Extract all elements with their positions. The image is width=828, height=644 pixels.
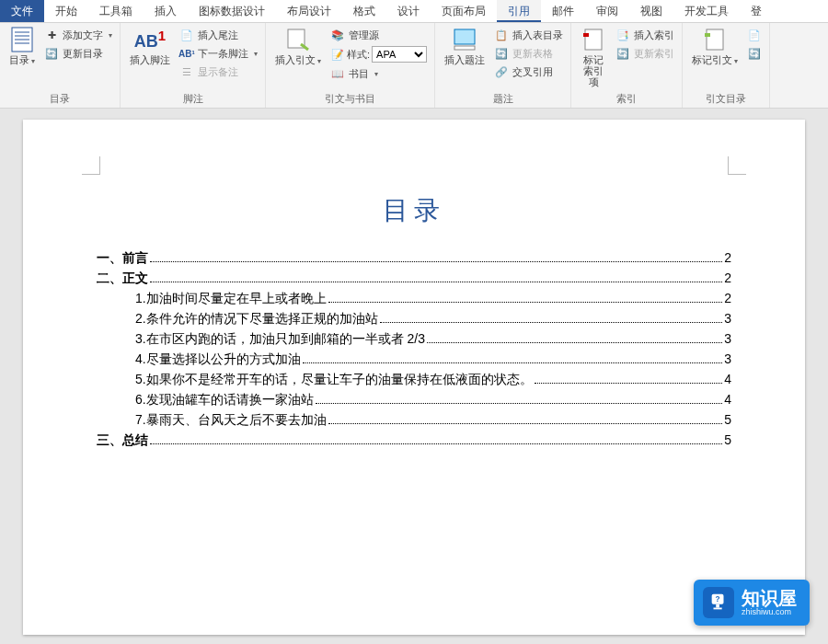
document-title: 目录	[97, 193, 731, 228]
toc-entry[interactable]: 6.发现油罐车的话请换一家油站4	[97, 392, 731, 408]
group-toc-label: 目录	[6, 90, 114, 108]
group-index-label: 索引	[577, 90, 676, 108]
update-toc-button[interactable]: 🔄更新目录	[42, 45, 114, 62]
add-text-button[interactable]: ✚添加文字▾	[42, 27, 114, 43]
insert-endnote-button[interactable]: 📄插入尾注	[178, 27, 259, 43]
mark-citation-button[interactable]: 标记引文▾	[688, 25, 742, 68]
tab-file[interactable]: 文件	[0, 0, 44, 22]
update-index-button[interactable]: 🔄更新索引	[614, 45, 676, 62]
tab-review[interactable]: 审阅	[585, 0, 629, 22]
toc-leader-dots	[150, 282, 722, 282]
toc-entry[interactable]: 7.暴雨天、台风天之后不要去加油5	[97, 412, 731, 429]
endnote-icon: 📄	[179, 28, 194, 42]
toc-entry[interactable]: 2.条件允许的情况下尽量选择正规的加油站3	[97, 311, 731, 328]
svg-rect-7	[454, 46, 475, 50]
tab-pagelayout[interactable]: 页面布局	[431, 0, 497, 22]
insert-footnote-label: 插入脚注	[130, 54, 170, 65]
toc-entry[interactable]: 一、前言2	[97, 250, 731, 267]
tab-mailings[interactable]: 邮件	[541, 0, 585, 22]
toc-leader-dots	[380, 322, 723, 323]
toc-leader-dots	[150, 443, 722, 444]
tab-home[interactable]: 开始	[44, 0, 88, 22]
margin-corner-tl	[82, 156, 100, 175]
toc-button[interactable]: 目录▾	[6, 25, 39, 68]
toc-entry-page: 5	[724, 432, 731, 447]
toc-leader-dots	[535, 383, 723, 384]
tab-view[interactable]: 视图	[629, 0, 673, 22]
toc-leader-dots	[150, 261, 722, 262]
toc-entry-page: 3	[724, 331, 731, 346]
toc-leader-dots	[303, 362, 723, 363]
toc-entry[interactable]: 5.如果你不是经常开车的话，尽量让车子的油量保持在低液面的状态。4	[97, 372, 731, 388]
group-footnotes-label: 脚注	[126, 90, 259, 108]
ribbon: 目录▾ ✚添加文字▾ 🔄更新目录 目录 AB1 插入脚注 📄插入尾注 AB¹下一…	[0, 23, 828, 109]
group-captions-label: 题注	[441, 90, 565, 108]
tab-format[interactable]: 格式	[342, 0, 386, 22]
group-toa: 标记引文▾ 📄 🔄 引文目录	[683, 23, 770, 108]
cross-reference-button[interactable]: 🔗交叉引用	[492, 63, 565, 80]
toc-entry[interactable]: 三、总结5	[97, 432, 731, 449]
mark-citation-icon	[702, 27, 728, 52]
tab-insert[interactable]: 插入	[144, 0, 188, 22]
svg-rect-10	[707, 29, 723, 50]
caption-icon	[452, 27, 477, 52]
next-footnote-icon: AB¹	[179, 46, 194, 61]
insert-caption-button[interactable]: 插入题注	[441, 25, 489, 67]
toa-update-icon: 🔄	[747, 46, 762, 61]
manage-sources-button[interactable]: 📚管理源	[328, 27, 429, 43]
group-citations-label: 引文与书目	[271, 90, 429, 108]
insert-footnote-button[interactable]: AB1 插入脚注	[126, 25, 174, 67]
toc-entry[interactable]: 3.在市区内跑的话，加油只加到邮箱的一半或者 2/33	[97, 331, 731, 348]
update-table-button[interactable]: 🔄更新表格	[492, 45, 565, 62]
svg-rect-6	[454, 29, 475, 44]
page: 目录 一、前言2二、正文21.加油时间尽量定在早上或者晚上22.条件允许的情况下…	[23, 120, 805, 635]
group-toa-label: 引文目录	[688, 90, 764, 108]
style-dropdown[interactable]: APA	[372, 46, 427, 63]
insert-index-button[interactable]: 📑插入索引	[614, 27, 676, 43]
toa-insert-icon: 📄	[747, 28, 762, 42]
tof-icon: 📋	[494, 28, 509, 42]
bibliography-button[interactable]: 📖书目▾	[328, 65, 429, 82]
badge-subtitle: zhishiwu.com	[742, 607, 797, 616]
tab-developer[interactable]: 开发工具	[673, 0, 740, 22]
tab-chartdesign[interactable]: 图标数据设计	[188, 0, 276, 22]
toc-entry-page: 4	[724, 372, 731, 386]
next-footnote-button[interactable]: AB¹下一条脚注▾	[178, 45, 259, 62]
menu-bar: 文件 开始 工具箱 插入 图标数据设计 布局设计 格式 设计 页面布局 引用 邮…	[0, 0, 828, 23]
mark-index-button[interactable]: 标记索引项	[577, 25, 610, 89]
toc-entry-text: 一、前言	[97, 250, 148, 267]
toa-update-button[interactable]: 🔄	[745, 45, 764, 62]
svg-rect-9	[583, 33, 589, 37]
mark-citation-label: 标记引文▾	[692, 54, 738, 66]
update-table-icon: 🔄	[494, 46, 509, 61]
citation-style-select[interactable]: 📝样式: APA	[328, 45, 429, 63]
toc-entry-page: 3	[724, 351, 731, 366]
tab-login[interactable]: 登	[740, 0, 773, 22]
margin-corner-tr	[728, 156, 746, 175]
toc-icon	[9, 27, 35, 52]
tab-references[interactable]: 引用	[497, 0, 541, 22]
watermark-badge[interactable]: ? 知识屋 zhishiwu.com	[694, 580, 810, 626]
toc-entry-text: 6.发现油罐车的话请换一家油站	[135, 392, 314, 408]
update-index-icon: 🔄	[615, 46, 630, 61]
group-footnotes: AB1 插入脚注 📄插入尾注 AB¹下一条脚注▾ ☰显示备注 脚注	[121, 23, 266, 108]
citation-icon	[285, 27, 311, 52]
toc-entry[interactable]: 二、正文2	[97, 270, 731, 287]
toc-entry[interactable]: 1.加油时间尽量定在早上或者晚上2	[97, 291, 731, 307]
toc-leader-dots	[328, 302, 723, 303]
toa-insert-button[interactable]: 📄	[745, 27, 764, 43]
group-index: 标记索引项 📑插入索引 🔄更新索引 索引	[571, 23, 683, 108]
insert-citation-button[interactable]: 插入引文▾	[271, 25, 325, 68]
tab-layoutdesign[interactable]: 布局设计	[276, 0, 342, 22]
show-notes-icon: ☰	[179, 64, 194, 79]
svg-rect-14	[714, 608, 722, 610]
svg-text:?: ?	[716, 595, 720, 604]
toc-entry[interactable]: 4.尽量选择以公升的方式加油3	[97, 351, 731, 368]
toc-entry-page: 4	[724, 392, 731, 407]
insert-tof-button[interactable]: 📋插入表目录	[492, 27, 565, 43]
manage-sources-icon: 📚	[330, 28, 345, 42]
tab-toolbox[interactable]: 工具箱	[88, 0, 144, 22]
show-notes-button[interactable]: ☰显示备注	[178, 63, 259, 80]
tab-design[interactable]: 设计	[386, 0, 431, 22]
document-canvas[interactable]: 目录 一、前言2二、正文21.加油时间尽量定在早上或者晚上22.条件允许的情况下…	[0, 109, 828, 644]
